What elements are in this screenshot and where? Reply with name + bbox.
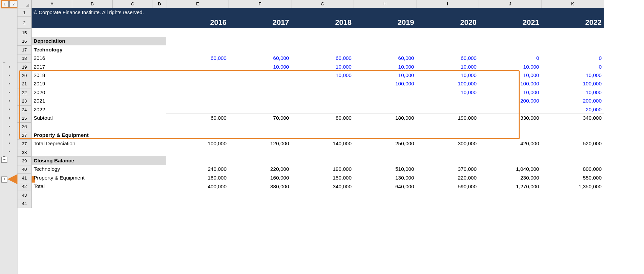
cell-label[interactable]: Subtotal <box>32 114 166 122</box>
year-header[interactable]: 2022 <box>541 16 604 28</box>
row-header-39[interactable]: 39 <box>17 156 32 165</box>
cell-value[interactable]: 130,000 <box>354 173 416 182</box>
cell-value[interactable]: 10,000 <box>416 71 479 79</box>
cell-value[interactable] <box>541 28 604 37</box>
cell-value[interactable]: 10,000 <box>479 88 541 96</box>
outline-level-2-button[interactable]: 2 <box>9 1 17 7</box>
section-header-label[interactable]: Closing Balance <box>32 156 166 165</box>
cell-value[interactable] <box>166 88 229 96</box>
cell-value[interactable]: 400,000 <box>166 182 229 190</box>
cell-value[interactable] <box>416 28 479 37</box>
outline-collapse-minus-button[interactable]: − <box>1 157 7 163</box>
cell-value[interactable] <box>291 148 354 156</box>
column-header-B[interactable]: B <box>72 0 112 8</box>
cell-value[interactable] <box>354 148 416 156</box>
cell-value[interactable] <box>166 63 229 71</box>
cell-value[interactable] <box>291 97 354 105</box>
cell-value[interactable] <box>541 122 604 131</box>
cell-value[interactable] <box>416 191 479 199</box>
cell-value[interactable]: 150,000 <box>291 173 354 182</box>
year-header[interactable]: 2016 <box>166 16 229 28</box>
cell-value[interactable] <box>416 199 479 207</box>
cell-value[interactable] <box>416 131 479 139</box>
cell-label[interactable]: 2017 <box>32 63 166 71</box>
cell-label[interactable]: Technology <box>32 165 166 173</box>
row-header-19[interactable]: 19 <box>17 63 32 71</box>
row-header-37[interactable]: 37 <box>17 139 32 148</box>
cell-value[interactable]: 0 <box>541 54 604 63</box>
cell-value[interactable] <box>166 28 229 37</box>
outline-level-1-button[interactable]: 1 <box>1 1 9 7</box>
cell-label[interactable]: Total Depreciation <box>32 139 166 148</box>
cell-value[interactable] <box>479 191 541 199</box>
cell-value[interactable] <box>479 122 541 131</box>
row-header-41[interactable]: 41 <box>17 173 32 182</box>
cell-value[interactable] <box>166 105 229 114</box>
cell-value[interactable] <box>229 71 291 79</box>
row-header-42[interactable]: 42 <box>17 182 32 190</box>
cell-value[interactable]: 10,000 <box>354 63 416 71</box>
cell-value[interactable]: 800,000 <box>541 165 604 173</box>
outline-expand-plus-button[interactable]: + <box>1 177 7 183</box>
cell-value[interactable]: 60,000 <box>166 114 229 122</box>
copyright-text[interactable]: © Corporate Finance Institute. All right… <box>32 8 604 16</box>
row-header-40[interactable]: 40 <box>17 165 32 173</box>
cell-value[interactable]: 220,000 <box>416 173 479 182</box>
column-header-C[interactable]: C <box>112 0 153 8</box>
cell-value[interactable]: 70,000 <box>229 114 291 122</box>
cell-value[interactable] <box>229 199 291 207</box>
cell-value[interactable]: 340,000 <box>541 114 604 122</box>
cell-value[interactable]: 80,000 <box>291 114 354 122</box>
row-header-15[interactable]: 15 <box>17 28 32 37</box>
row-header-2[interactable]: 2 <box>17 16 32 28</box>
cell-value[interactable] <box>166 191 229 199</box>
cell-label[interactable] <box>32 199 166 207</box>
cell-value[interactable] <box>416 122 479 131</box>
year-header[interactable]: 2020 <box>416 16 479 28</box>
cell-value[interactable] <box>479 131 541 139</box>
cell-value[interactable]: 340,000 <box>291 182 354 190</box>
cell-value[interactable] <box>541 199 604 207</box>
row-header-23[interactable]: 23 <box>17 97 32 105</box>
subsection-property-equipment[interactable]: Property & Equipment <box>32 131 166 139</box>
cell-value[interactable] <box>354 122 416 131</box>
cell-value[interactable] <box>229 148 291 156</box>
cell-value[interactable] <box>229 80 291 88</box>
year-header[interactable]: 2018 <box>291 16 354 28</box>
cell-value[interactable] <box>354 131 416 139</box>
cell-label[interactable] <box>32 122 166 131</box>
cell-value[interactable] <box>229 28 291 37</box>
year-header[interactable]: 2021 <box>479 16 541 28</box>
subsection-technology[interactable]: Technology <box>32 45 166 54</box>
cell-label[interactable]: 2021 <box>32 97 166 105</box>
cell-value[interactable] <box>354 45 416 54</box>
cell-label[interactable]: 2019 <box>32 80 166 88</box>
cell-value[interactable]: 100,000 <box>166 139 229 148</box>
cell-value[interactable] <box>541 45 604 54</box>
cell-value[interactable] <box>479 199 541 207</box>
cell-value[interactable]: 380,000 <box>229 182 291 190</box>
column-header-I[interactable]: I <box>416 0 479 8</box>
cell-value[interactable]: 190,000 <box>416 114 479 122</box>
cell-value[interactable]: 370,000 <box>416 165 479 173</box>
cell-value[interactable] <box>354 28 416 37</box>
cell-label[interactable]: 2018 <box>32 71 166 79</box>
row-header-27[interactable]: 27 <box>17 131 32 139</box>
cell-value[interactable]: 520,000 <box>541 139 604 148</box>
cell-value[interactable]: 550,000 <box>541 173 604 182</box>
cell-value[interactable] <box>541 191 604 199</box>
cell-value[interactable]: 10,000 <box>541 71 604 79</box>
row-header-18[interactable]: 18 <box>17 54 32 63</box>
cell-value[interactable] <box>291 45 354 54</box>
row-header-16[interactable]: 16 <box>17 37 32 45</box>
cell-value[interactable]: 20,000 <box>541 105 604 114</box>
cell-value[interactable] <box>416 45 479 54</box>
cell-value[interactable]: 100,000 <box>416 80 479 88</box>
cell-value[interactable]: 230,000 <box>479 173 541 182</box>
cell-value[interactable] <box>479 105 541 114</box>
cell-value[interactable] <box>291 122 354 131</box>
cell-value[interactable]: 640,000 <box>354 182 416 190</box>
cell-value[interactable]: 590,000 <box>416 182 479 190</box>
cell-label[interactable]: Property & Equipment <box>32 173 166 182</box>
cell-value[interactable]: 10,000 <box>479 63 541 71</box>
